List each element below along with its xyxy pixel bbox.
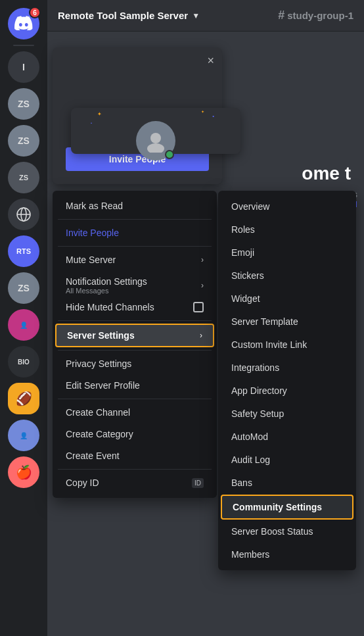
menu-item-notif-settings[interactable]: Notification Settings All Messages › (55, 271, 214, 296)
menu-item-label: Create Event (66, 451, 120, 461)
id-badge-icon: ID (192, 478, 204, 488)
welcome-avatar (136, 121, 175, 160)
menu-item-invite-people[interactable]: Invite People (55, 222, 214, 243)
submenu-item-label: Server Template (231, 316, 298, 327)
menu-item-edit-profile[interactable]: Edit Server Profile (55, 375, 214, 396)
submenu-item-label: Widget (231, 293, 260, 304)
sparkle-icon-4: ✦ (201, 109, 204, 114)
submenu-item-safety-setup[interactable]: Safety Setup (221, 403, 353, 425)
sidebar-item-label: ZS (18, 283, 30, 293)
submenu-item-label: AutoMod (231, 431, 268, 442)
menu-item-label: Mark as Read (66, 201, 123, 211)
channel-name: study-group-1 (287, 10, 353, 21)
submenu-item-custom-invite[interactable]: Custom Invite Link (221, 333, 353, 356)
sidebar-item-globe[interactable] (8, 199, 39, 230)
menu-item-label: Create Category (66, 429, 133, 439)
submenu-item-stickers[interactable]: Stickers (221, 264, 353, 287)
avatar-icon (144, 129, 168, 153)
submenu-item-label: Bans (231, 477, 252, 488)
sidebar-item-label: 🍎 (16, 464, 32, 480)
online-indicator (165, 150, 174, 159)
sidebar-item-zs2[interactable]: ZS (8, 125, 39, 157)
menu-item-subtext: All Messages (66, 287, 147, 295)
sidebar-item-label: ZS (19, 174, 28, 182)
svg-point-4 (147, 143, 164, 153)
notification-badge: 6 (29, 7, 41, 18)
submenu-item-emoji[interactable]: Emoji (221, 241, 353, 264)
menu-item-hide-muted[interactable]: Hide Muted Channels (55, 297, 214, 318)
sidebar-item-zs1[interactable]: ZS (8, 88, 39, 120)
submenu-item-server-template[interactable]: Server Template (221, 310, 353, 333)
submenu-item-label: Members (231, 549, 269, 560)
submenu-item-label: Custom Invite Link (231, 339, 307, 350)
submenu-item-automod[interactable]: AutoMod (221, 426, 353, 448)
sidebar-item-rts[interactable]: RTS (8, 235, 39, 267)
menu-item-label: Privacy Settings (66, 358, 131, 369)
sidebar-item-i[interactable]: I (8, 51, 39, 83)
submenu: Overview Roles Emoji Stickers Widget Ser… (218, 191, 356, 570)
submenu-item-overview[interactable]: Overview (221, 195, 353, 218)
sparkle-icon-3: • (212, 113, 214, 119)
menu-item-create-category[interactable]: Create Category (55, 424, 214, 445)
menu-item-privacy-settings[interactable]: Privacy Settings (55, 353, 214, 374)
menu-item-copy-id[interactable]: Copy ID ID (55, 472, 214, 493)
sidebar-item-football[interactable]: 🏈 (8, 383, 39, 414)
submenu-item-community-settings[interactable]: Community Settings (221, 495, 353, 520)
dropdown-icon: ▼ (192, 11, 200, 20)
sidebar-item-purple[interactable]: 👤 (8, 420, 39, 451)
welcome-card: × ✦ • • ✦ An adventure begins. Let's add… (53, 47, 222, 184)
chevron-icon: › (201, 255, 204, 264)
menu-item-label: Hide Muted Channels (66, 302, 154, 312)
sidebar-item-zs4[interactable]: ZS (8, 272, 39, 304)
server-name-text: Remote Tool Sample Server (58, 10, 188, 21)
submenu-item-audit-log[interactable]: Audit Log (221, 449, 353, 471)
sidebar-item-discord[interactable]: 6 (8, 8, 39, 39)
sidebar-item-label: ZS (18, 135, 30, 146)
submenu-item-label: App Directory (231, 385, 287, 396)
sidebar-item-label: 🏈 (16, 391, 32, 406)
menu-divider-3 (58, 320, 212, 321)
menu-item-create-channel[interactable]: Create Channel (55, 402, 214, 423)
welcome-avatar-section: ✦ • • ✦ (71, 108, 240, 154)
close-button[interactable]: × (207, 54, 214, 68)
sparkle-icon-1: ✦ (97, 111, 102, 117)
sidebar-item-zs3[interactable]: ZS (8, 162, 39, 193)
submenu-item-integrations[interactable]: Integrations (221, 356, 353, 379)
bg-welcome-text: ome t (302, 163, 351, 184)
submenu-item-label: Roles (231, 224, 255, 235)
submenu-item-app-directory[interactable]: App Directory (221, 379, 353, 402)
menu-item-label: Edit Server Profile (66, 380, 140, 391)
submenu-item-server-boost[interactable]: Server Boost Status (221, 520, 353, 543)
submenu-item-label: Integrations (231, 362, 279, 373)
sidebar-item-label: 👤 (20, 432, 28, 439)
topbar: Remote Tool Sample Server ▼ # study-grou… (47, 0, 364, 32)
submenu-item-members[interactable]: Members (221, 543, 353, 566)
submenu-item-roles[interactable]: Roles (221, 218, 353, 241)
menu-item-label: Copy ID (66, 477, 99, 488)
submenu-item-label: Audit Log (231, 454, 270, 465)
server-name-container[interactable]: Remote Tool Sample Server ▼ (58, 10, 200, 21)
sidebar-item-bio[interactable]: BIO (8, 346, 39, 378)
menu-divider-2 (58, 246, 212, 247)
sidebar-divider (13, 45, 34, 46)
menu-divider-4 (58, 350, 212, 351)
submenu-item-widget[interactable]: Widget (221, 287, 353, 310)
chevron-icon: › (201, 281, 204, 290)
menu-divider-5 (58, 399, 212, 399)
menu-divider-6 (58, 469, 212, 470)
menu-item-create-event[interactable]: Create Event (55, 445, 214, 466)
submenu-item-bans[interactable]: Bans (221, 472, 353, 494)
sidebar-item-img1[interactable]: 👤 (8, 309, 39, 341)
globe-icon (16, 207, 32, 222)
menu-item-label: Create Channel (66, 407, 130, 418)
hash-icon: # (278, 9, 284, 22)
submenu-item-label: Server Boost Status (231, 526, 313, 537)
sidebar-item-apple[interactable]: 🍎 (8, 456, 39, 488)
discord-icon (14, 16, 33, 32)
menu-item-label: Invite People (66, 228, 119, 238)
context-menu: Mark as Read Invite People Mute Server ›… (53, 191, 217, 498)
menu-item-mute-server[interactable]: Mute Server › (55, 249, 214, 270)
menu-item-server-settings[interactable]: Server Settings › (55, 324, 214, 347)
sidebar-item-label: ZS (18, 99, 30, 109)
menu-item-mark-read[interactable]: Mark as Read (55, 195, 214, 216)
